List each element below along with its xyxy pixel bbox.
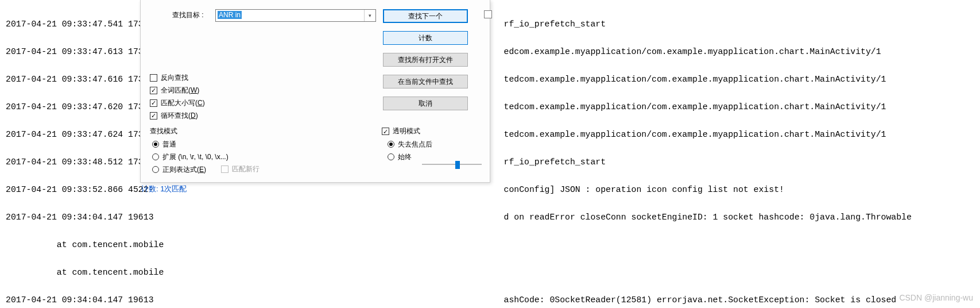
log-line: at com.tencent.mobile	[6, 268, 975, 277]
count-button[interactable]: 计数	[383, 31, 468, 45]
chevron-down-icon[interactable]: ▾	[364, 10, 375, 21]
log-line: 2017-04-21 09:34:04.147 19613ashCode: 0S…	[6, 295, 975, 305]
search-mode-group-label: 查找模式	[150, 126, 177, 136]
slider-thumb-icon[interactable]	[455, 161, 460, 169]
trans-lose-focus-label: 失去焦点后	[398, 140, 432, 149]
mode-regex-radio[interactable]	[152, 166, 159, 173]
reverse-label: 反向查找	[161, 73, 188, 83]
find-input-selection[interactable]: ANR in	[218, 11, 242, 19]
transparency-checkbox[interactable]	[382, 128, 389, 135]
match-case-checkbox[interactable]	[150, 99, 157, 107]
cancel-button[interactable]: 取消	[383, 97, 468, 110]
options-group: 反向查找 全词匹配(W) 匹配大小写(C) 循环查找(D)	[150, 71, 205, 122]
find-dialog: 查找目标 : ANR in ▾ 查找下一个 计数 查找所有打开文件 在当前文件中…	[140, 0, 490, 183]
match-case-label: 匹配大小写(C)	[161, 98, 205, 108]
find-label: 查找目标 :	[172, 10, 204, 20]
match-newline-checkbox	[221, 165, 228, 173]
find-input-combo[interactable]: ANR in ▾	[215, 9, 376, 22]
pin-checkbox[interactable]	[484, 10, 492, 18]
trans-always-label: 始终	[398, 152, 412, 162]
find-in-current-button[interactable]: 在当前文件中查找	[383, 75, 468, 88]
mode-normal-radio[interactable]	[152, 141, 159, 148]
whole-word-checkbox[interactable]	[150, 87, 157, 94]
whole-word-label: 全词匹配(W)	[161, 86, 199, 95]
transparency-group-label: 透明模式	[393, 126, 420, 136]
watermark: CSDN @jianning-wu	[899, 293, 973, 302]
reverse-checkbox[interactable]	[150, 74, 157, 82]
log-line: 2017-04-21 09:34:04.147 19613d on readEr…	[6, 213, 975, 222]
log-line: at com.tencent.mobile	[6, 240, 975, 249]
mode-regex-label: 正则表达式(E)	[162, 165, 206, 175]
find-next-button[interactable]: 查找下一个	[383, 9, 468, 23]
mode-extended-label: 扩展 (\n, \r, \t, \0, \x...)	[162, 152, 228, 162]
count-result-label: 计数: 1次匹配	[141, 184, 187, 194]
trans-always-radio[interactable]	[388, 153, 394, 160]
wrap-checkbox[interactable]	[150, 112, 157, 120]
match-newline-option: 匹配新行	[221, 164, 259, 174]
find-all-open-button[interactable]: 查找所有打开文件	[383, 53, 468, 67]
mode-normal-label: 普通	[162, 140, 176, 149]
mode-extended-radio[interactable]	[152, 153, 159, 160]
wrap-label: 循环查找(D)	[161, 111, 198, 121]
trans-lose-focus-radio[interactable]	[388, 141, 394, 148]
transparency-slider[interactable]	[422, 160, 482, 169]
